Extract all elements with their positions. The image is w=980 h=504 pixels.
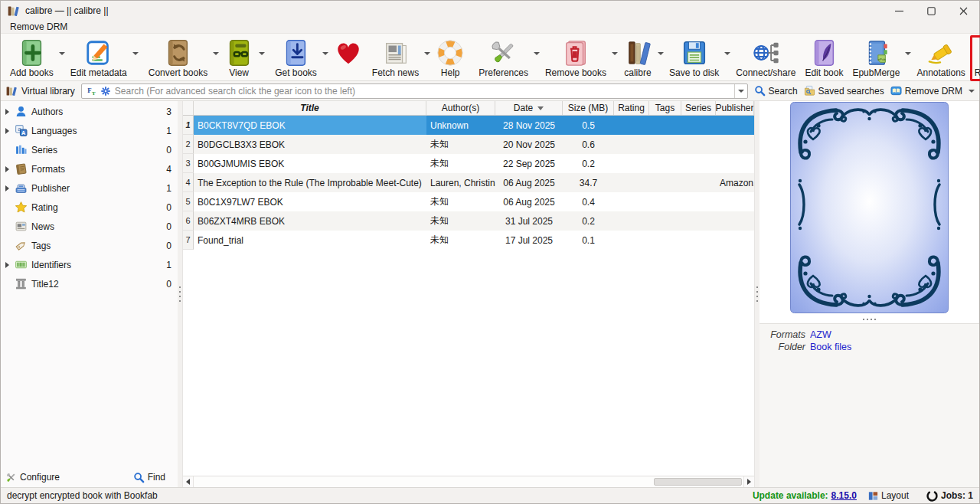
cell-rating[interactable] — [614, 173, 649, 192]
toolbar-dropdown-fetch-news[interactable] — [423, 52, 431, 55]
cell-date[interactable]: 06 Aug 2025 — [495, 173, 563, 192]
scrollbar-thumb[interactable] — [654, 478, 742, 486]
cell-title[interactable]: The Exception to the Rule (The Improbabl… — [194, 173, 426, 192]
jobs-button[interactable]: Jobs: 1 — [926, 489, 973, 502]
toolbar-button-donate[interactable] — [329, 35, 368, 70]
cell-publisher[interactable]: Amazon... — [716, 173, 754, 192]
cell-date[interactable]: 28 Nov 2025 — [495, 116, 563, 135]
toolbar-button-annotations[interactable]: Annotations — [912, 35, 969, 81]
cell-size[interactable]: 0.2 — [563, 154, 614, 173]
expand-arrow-icon[interactable] — [4, 185, 11, 191]
book-row-2[interactable]: 2B0DGCLB3X3 EBOK未知20 Nov 20250.6 — [183, 135, 754, 154]
toolbar-button-edit-book[interactable]: Edit book — [800, 35, 848, 81]
cell-rating[interactable] — [614, 135, 649, 154]
sidebar-item-publisher[interactable]: Publisher1 — [1, 178, 178, 198]
book-row-4[interactable]: 4The Exception to the Rule (The Improbab… — [183, 173, 754, 192]
cell-title[interactable]: B0DGCLB3X3 EBOK — [194, 135, 426, 154]
cell-author[interactable]: 未知 — [426, 231, 495, 250]
cell-series[interactable] — [681, 211, 716, 231]
column-header-author[interactable]: Author(s) — [426, 101, 495, 115]
column-header-date[interactable]: Date — [495, 101, 563, 115]
cell-series[interactable] — [681, 173, 716, 192]
find-button[interactable]: Find — [133, 472, 165, 483]
toolbar-button-save-to-disk[interactable]: Save to disk — [665, 35, 724, 81]
cell-title[interactable]: B00GJMUMIS EBOK — [194, 154, 426, 173]
sidebar-item-formats[interactable]: Formats4 — [1, 159, 178, 178]
cell-series[interactable] — [681, 154, 716, 173]
minimize-button[interactable] — [883, 1, 915, 21]
toolbar-button-get-books[interactable]: Get books — [270, 35, 322, 81]
cell-publisher[interactable] — [716, 154, 754, 173]
cell-rating[interactable] — [614, 116, 649, 135]
cell-title[interactable]: B0CKT8V7QD EBOK — [194, 116, 426, 135]
cell-series[interactable] — [681, 231, 716, 250]
cell-series[interactable] — [681, 135, 716, 154]
cell-publisher[interactable] — [716, 231, 754, 250]
sidebar-item-identifiers[interactable]: Identifiers1 — [1, 255, 178, 274]
close-button[interactable] — [947, 1, 979, 21]
cell-author[interactable]: 未知 — [426, 135, 495, 154]
toolbar-dropdown-preferences[interactable] — [533, 52, 541, 55]
cell-title[interactable]: Found_trial — [194, 231, 426, 250]
toolbar-dropdown-view[interactable] — [258, 52, 266, 55]
sidebar-item-rating[interactable]: Rating0 — [1, 198, 178, 217]
saved-searches-button[interactable]: Saved searches — [804, 85, 884, 97]
toolbar-dropdown-edit-metadata[interactable] — [132, 52, 139, 55]
cell-author[interactable]: 未知 — [426, 211, 495, 231]
toolbar-button-add-books[interactable]: Add books — [5, 35, 58, 81]
cell-tags[interactable] — [649, 211, 681, 231]
cell-author[interactable]: 未知 — [426, 192, 495, 211]
cell-size[interactable]: 0.4 — [563, 192, 614, 211]
cell-publisher[interactable] — [716, 135, 754, 154]
toolbar-dropdown-convert-books[interactable] — [212, 52, 220, 55]
scroll-left-arrow[interactable] — [183, 476, 194, 487]
configure-button[interactable]: Configure — [5, 472, 60, 483]
sidebar-item-authors[interactable]: Authors3 — [1, 102, 178, 121]
cell-author[interactable]: Lauren, Christina — [426, 173, 495, 192]
book-row-3[interactable]: 3B00GJMUMIS EBOK未知22 Sep 20250.2 — [183, 154, 754, 173]
toolbar-dropdown-add-books[interactable] — [58, 52, 66, 55]
expand-arrow-icon[interactable] — [4, 166, 11, 172]
toolbar-button-epubmerge[interactable]: ePubEpubMerge — [848, 35, 904, 81]
cell-date[interactable]: 06 Aug 2025 — [495, 192, 563, 211]
book-cover[interactable] — [790, 102, 949, 313]
sidebar-item-languages[interactable]: aALanguages1 — [1, 121, 178, 140]
toolbar-button-help[interactable]: Help — [431, 35, 469, 81]
maximize-button[interactable] — [915, 1, 947, 21]
toolbar-dropdown-remove-books[interactable] — [611, 52, 619, 55]
book-row-6[interactable]: 6B06ZXT4MRB EBOK未知31 Jul 20250.2 — [183, 211, 754, 231]
cell-tags[interactable] — [649, 116, 681, 135]
cell-rating[interactable] — [614, 154, 649, 173]
cell-size[interactable]: 0.5 — [563, 116, 614, 135]
cell-size[interactable]: 0.1 — [563, 231, 614, 250]
cell-tags[interactable] — [649, 173, 681, 192]
toolbar-dropdown-save-to-disk[interactable] — [724, 52, 731, 55]
toolbar-button-view[interactable]: View — [220, 35, 258, 81]
scroll-right-arrow[interactable] — [743, 476, 754, 487]
toolbar-button-fetch-news[interactable]: Fetch news — [368, 35, 423, 81]
sidebar-item-series[interactable]: Series0 — [1, 140, 178, 159]
cell-date[interactable]: 20 Nov 2025 — [495, 135, 563, 154]
folder-link[interactable]: Book files — [810, 341, 851, 353]
virtual-library-button[interactable]: Virtual library — [5, 85, 75, 97]
cell-rating[interactable] — [614, 211, 649, 231]
toolbar-button-preferences[interactable]: Preferences — [474, 35, 533, 81]
sidebar-item-news[interactable]: News0 — [1, 217, 178, 236]
cell-publisher[interactable] — [716, 192, 754, 211]
cell-date[interactable]: 17 Jul 2025 — [495, 231, 563, 250]
cell-title[interactable]: B0C1X97LW7 EBOK — [194, 192, 426, 211]
column-header-publisher[interactable]: Publisher — [716, 101, 754, 115]
cell-author[interactable]: 未知 — [426, 154, 495, 173]
toolbar-dropdown-calibre[interactable] — [657, 52, 665, 55]
toolbar-dropdown-get-books[interactable] — [322, 52, 329, 55]
layout-button[interactable]: Layout — [867, 490, 909, 502]
toolbar-dropdown-epubmerge[interactable] — [904, 52, 912, 55]
cell-date[interactable]: 31 Jul 2025 — [495, 211, 563, 231]
cell-tags[interactable] — [649, 231, 681, 250]
cover-splitter-handle[interactable] — [760, 316, 979, 323]
cell-rating[interactable] — [614, 231, 649, 250]
remove-drm-search-button[interactable]: Remove DRM — [890, 85, 962, 97]
book-row-1[interactable]: 1B0CKT8V7QD EBOKUnknown28 Nov 20250.5 — [183, 116, 754, 135]
expand-arrow-icon[interactable] — [4, 109, 11, 115]
expand-arrow-icon[interactable] — [4, 262, 11, 268]
